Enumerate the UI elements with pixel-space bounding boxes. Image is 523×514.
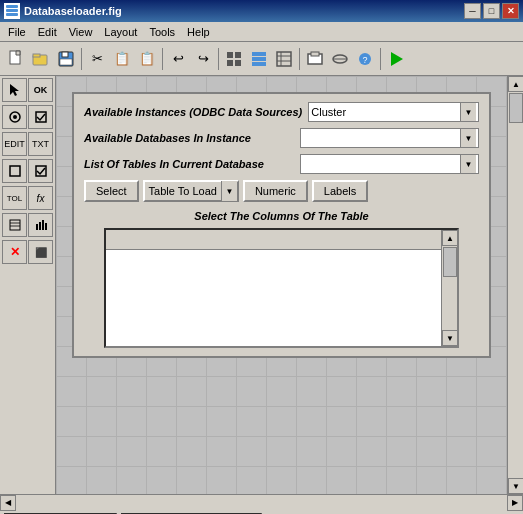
- instances-label: Available Instances (ODBC Data Sources): [84, 106, 302, 118]
- tool-select[interactable]: [2, 78, 27, 102]
- tool-checkbox[interactable]: [28, 159, 53, 183]
- instances-value: Cluster: [311, 106, 346, 118]
- svg-text:?: ?: [362, 55, 367, 65]
- listbox-body[interactable]: [106, 250, 441, 346]
- left-toolbar: OK EDIT TXT TOL fx ✕ ⬛: [0, 76, 56, 494]
- bottom-scrollbar: ◀ ▶: [0, 494, 523, 510]
- menu-layout[interactable]: Layout: [98, 24, 143, 40]
- select-button[interactable]: Select: [84, 180, 139, 202]
- vscroll-down-button[interactable]: ▼: [508, 478, 523, 494]
- instances-row: Available Instances (ODBC Data Sources) …: [84, 102, 479, 122]
- tool-delete[interactable]: ✕: [2, 240, 27, 264]
- tool-frame[interactable]: [2, 159, 27, 183]
- toolbar-undo-button[interactable]: ↩: [166, 47, 190, 71]
- tool-ok[interactable]: OK: [28, 78, 53, 102]
- svg-point-30: [13, 115, 17, 119]
- toolbar-btn-1[interactable]: [222, 47, 246, 71]
- svg-rect-0: [6, 5, 18, 8]
- databases-select[interactable]: ▼: [300, 128, 479, 148]
- menu-tools[interactable]: Tools: [143, 24, 181, 40]
- toolbar-sep-5: [380, 48, 381, 70]
- svg-rect-2: [6, 13, 18, 16]
- minimize-button[interactable]: ─: [464, 3, 481, 19]
- toolbar-save-button[interactable]: [54, 47, 78, 71]
- vscroll-thumb[interactable]: [509, 93, 523, 123]
- toolbar-btn-2[interactable]: [247, 47, 271, 71]
- databases-label: Available Databases In Instance: [84, 132, 294, 144]
- right-scrollbar: ▲ ▼: [507, 76, 523, 494]
- databases-row: Available Databases In Instance ▼: [84, 128, 479, 148]
- app-icon: [4, 3, 20, 19]
- menu-view[interactable]: View: [63, 24, 99, 40]
- toolbar-sep-4: [299, 48, 300, 70]
- close-button[interactable]: ✕: [502, 3, 519, 19]
- tool-tol[interactable]: TOL: [2, 186, 27, 210]
- toolbar-new-button[interactable]: [4, 47, 28, 71]
- listbox-scroll-down[interactable]: ▼: [442, 330, 458, 346]
- button-row: Select Table To Load ▼ Numeric Labels: [84, 180, 479, 202]
- databases-dropdown-arrow[interactable]: ▼: [460, 129, 476, 147]
- hscroll-right-button[interactable]: ▶: [507, 495, 523, 511]
- svg-rect-14: [252, 52, 266, 56]
- svg-rect-34: [10, 220, 20, 230]
- numeric-button[interactable]: Numeric: [243, 180, 308, 202]
- menu-file[interactable]: File: [2, 24, 32, 40]
- toolbar-btn-6[interactable]: ?: [353, 47, 377, 71]
- labels-button[interactable]: Labels: [312, 180, 368, 202]
- svg-rect-10: [227, 52, 233, 58]
- maximize-button[interactable]: □: [483, 3, 500, 19]
- listbox-scroll-thumb[interactable]: [443, 247, 457, 277]
- main-container: OK EDIT TXT TOL fx ✕ ⬛: [0, 76, 523, 494]
- title-bar: Databaseloader.fig ─ □ ✕: [0, 0, 523, 22]
- svg-rect-39: [42, 220, 44, 230]
- tables-select[interactable]: ▼: [300, 154, 479, 174]
- toolbar-btn-3[interactable]: [272, 47, 296, 71]
- svg-rect-8: [62, 52, 68, 57]
- vscroll-up-button[interactable]: ▲: [508, 76, 523, 92]
- toolbar-cut-button[interactable]: ✂: [85, 47, 109, 71]
- listbox-scrollbar[interactable]: ▲ ▼: [441, 230, 457, 346]
- toolbar-open-button[interactable]: [29, 47, 53, 71]
- toolbar-paste-button[interactable]: 📋: [135, 47, 159, 71]
- listbox-header: [106, 230, 441, 250]
- table-combo-arrow[interactable]: ▼: [221, 181, 237, 201]
- menu-help[interactable]: Help: [181, 24, 216, 40]
- tool-radio[interactable]: [2, 105, 27, 129]
- svg-rect-40: [45, 223, 47, 230]
- hscroll-track: [16, 495, 507, 511]
- hscroll-left-button[interactable]: ◀: [0, 495, 16, 511]
- listbox-container[interactable]: ▲ ▼: [104, 228, 459, 348]
- tool-text[interactable]: TXT: [28, 132, 53, 156]
- toolbar-redo-button[interactable]: ↪: [191, 47, 215, 71]
- tool-edit[interactable]: EDIT: [2, 132, 27, 156]
- menu-edit[interactable]: Edit: [32, 24, 63, 40]
- tables-dropdown-arrow[interactable]: ▼: [460, 155, 476, 173]
- tool-fx[interactable]: fx: [28, 186, 53, 210]
- table-to-load-combo[interactable]: Table To Load ▼: [143, 180, 239, 202]
- toolbar-run-button[interactable]: [384, 47, 408, 71]
- tool-extra[interactable]: ⬛: [28, 240, 53, 264]
- svg-rect-32: [10, 166, 20, 176]
- menu-bar: File Edit View Layout Tools Help: [0, 22, 523, 42]
- tool-check[interactable]: [28, 105, 53, 129]
- toolbar-sep-2: [162, 48, 163, 70]
- tool-chart[interactable]: [28, 213, 53, 237]
- instances-dropdown-arrow[interactable]: ▼: [460, 103, 476, 121]
- tables-row: List Of Tables In Current Database ▼: [84, 154, 479, 174]
- toolbar-btn-4[interactable]: [303, 47, 327, 71]
- svg-rect-1: [6, 9, 18, 12]
- form-panel: Available Instances (ODBC Data Sources) …: [72, 92, 491, 358]
- toolbar-copy-button[interactable]: 📋: [110, 47, 134, 71]
- vscroll-track: [508, 92, 523, 478]
- svg-rect-11: [235, 52, 241, 58]
- toolbar-btn-5[interactable]: [328, 47, 352, 71]
- window-title: Databaseloader.fig: [24, 5, 122, 17]
- listbox-scroll-up[interactable]: ▲: [442, 230, 458, 246]
- tool-listbox[interactable]: [2, 213, 27, 237]
- svg-marker-28: [10, 84, 19, 96]
- svg-rect-16: [252, 62, 266, 66]
- svg-rect-17: [277, 52, 291, 66]
- instances-select[interactable]: Cluster ▼: [308, 102, 479, 122]
- window-controls[interactable]: ─ □ ✕: [464, 3, 519, 19]
- tables-label: List Of Tables In Current Database: [84, 158, 294, 170]
